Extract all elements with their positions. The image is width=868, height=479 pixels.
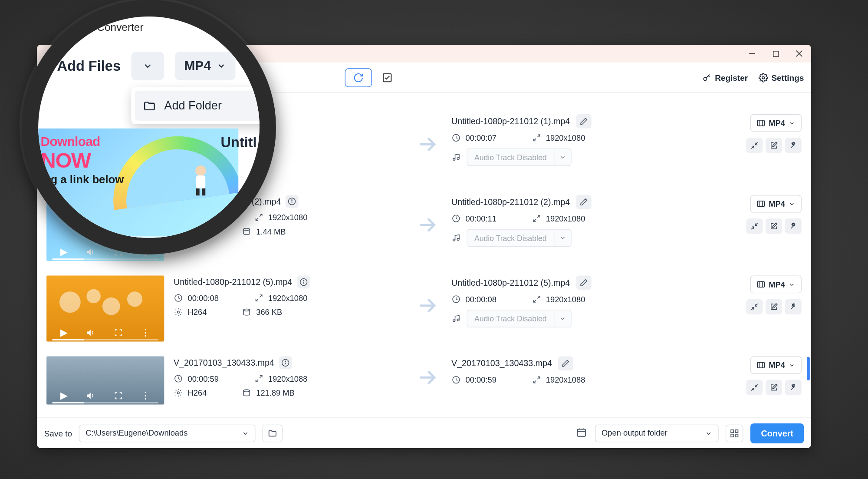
add-files-dropdown[interactable]	[131, 52, 164, 80]
arrow-icon	[413, 134, 442, 155]
svg-line-26	[791, 145, 793, 148]
output-format-button[interactable]: MP4	[750, 356, 802, 374]
svg-point-65	[457, 319, 459, 321]
svg-point-52	[300, 279, 307, 286]
output-format-button[interactable]: MP4	[750, 276, 802, 294]
progress-bar[interactable]	[53, 339, 158, 340]
audio-track-select[interactable]: Audio Track Disabled	[467, 229, 571, 247]
output-duration: 00:00:08	[466, 295, 496, 304]
register-link[interactable]: Register	[702, 73, 748, 82]
output-format-button[interactable]: MP4	[750, 114, 802, 132]
edit-button[interactable]	[766, 380, 782, 395]
volume-icon[interactable]	[86, 328, 95, 337]
svg-rect-96	[731, 434, 733, 436]
play-icon[interactable]: ▶	[60, 390, 67, 401]
add-folder-menu-item[interactable]: Add Folder	[135, 91, 269, 121]
info-icon[interactable]	[286, 195, 299, 208]
settings-link[interactable]: Settings	[759, 73, 804, 82]
fullscreen-icon[interactable]	[114, 328, 122, 337]
chevron-down-icon	[789, 201, 795, 207]
open-output-select[interactable]: Open output folder	[595, 424, 719, 442]
fullscreen-icon[interactable]	[114, 391, 122, 400]
list-item: ▶⋮ V_20170103_130433.mp4 00:00:59 1920x1…	[42, 349, 806, 412]
close-button[interactable]	[793, 48, 805, 59]
folder-icon	[143, 99, 156, 112]
format-selector[interactable]: MP4	[175, 52, 236, 80]
audio-track-select[interactable]: Audio Track Disabled	[467, 310, 571, 327]
play-icon[interactable]: ▶	[60, 327, 67, 338]
svg-point-41	[457, 238, 459, 241]
edit-name-button[interactable]	[576, 276, 591, 290]
more-icon[interactable]: ⋮	[141, 390, 150, 401]
enhance-button[interactable]	[785, 380, 802, 395]
svg-line-82	[537, 377, 540, 380]
output-format-button[interactable]: MP4	[750, 195, 802, 213]
browse-folder-button[interactable]	[263, 424, 283, 442]
compress-button[interactable]	[746, 138, 763, 153]
expand-icon	[532, 294, 541, 304]
svg-line-77	[256, 379, 258, 382]
thumbnail[interactable]: ▶⋮	[46, 356, 164, 404]
info-icon[interactable]	[279, 356, 292, 369]
merge-button[interactable]	[726, 424, 743, 442]
progress-bar[interactable]	[53, 258, 158, 260]
svg-rect-42	[758, 201, 765, 207]
volume-icon[interactable]	[86, 391, 95, 400]
progress-bar[interactable]	[53, 402, 158, 403]
compress-button[interactable]	[746, 380, 763, 395]
edit-name-button[interactable]	[558, 356, 573, 370]
volume-icon[interactable]	[86, 247, 95, 257]
maximize-button[interactable]	[770, 48, 782, 59]
thumbnail[interactable]: ▶⋮	[46, 276, 164, 342]
app-title: orbits Video Converter	[38, 21, 143, 33]
svg-rect-95	[735, 429, 738, 432]
chevron-down-icon	[705, 429, 712, 436]
refresh-button[interactable]	[345, 68, 372, 87]
enhance-button[interactable]	[785, 299, 802, 314]
convert-button[interactable]: Convert	[750, 423, 804, 443]
source-size: 121.89 MB	[256, 388, 295, 397]
output-resolution: 1920x1080	[546, 295, 585, 304]
svg-rect-90	[578, 429, 585, 436]
source-filename: Untitled-1080p-211012 (5).mp4	[174, 277, 292, 287]
svg-rect-103	[202, 188, 205, 195]
more-icon[interactable]: ⋮	[141, 327, 150, 338]
svg-line-47	[791, 226, 793, 228]
source-resolution: 1920x1088	[268, 374, 308, 383]
source-resolution: 1920x1080	[268, 213, 308, 221]
scrollbar-thumb[interactable]	[807, 357, 810, 380]
source-duration: 00:00:59	[188, 374, 219, 383]
minimize-button[interactable]	[746, 48, 758, 59]
output-resolution: 1920x1080	[546, 133, 585, 142]
enhance-button[interactable]	[785, 218, 802, 234]
svg-line-17	[537, 135, 540, 137]
edit-button[interactable]	[766, 218, 782, 234]
edit-button[interactable]	[766, 299, 782, 314]
svg-point-50	[102, 297, 120, 315]
compress-button[interactable]	[746, 218, 763, 234]
save-path-select[interactable]: C:\Users\Eugene\Downloads	[79, 424, 256, 442]
svg-point-48	[59, 291, 81, 313]
queue-icon[interactable]	[576, 427, 588, 439]
svg-point-100	[195, 165, 206, 176]
add-file-icon	[38, 59, 51, 73]
edit-button[interactable]	[766, 138, 782, 153]
chevron-down-icon	[789, 362, 795, 368]
checklist-button[interactable]	[379, 69, 395, 86]
svg-line-89	[791, 387, 793, 390]
svg-point-19	[453, 158, 455, 160]
output-filename: Untitled-1080p-211012 (5).mp4	[451, 278, 570, 287]
svg-point-35	[243, 228, 250, 231]
clock-icon	[451, 294, 461, 304]
enhance-button[interactable]	[785, 138, 802, 153]
magnified-filename: Untitl	[220, 134, 256, 151]
svg-point-64	[453, 320, 455, 322]
audio-track-select[interactable]: Audio Track Disabled	[467, 149, 571, 166]
compress-button[interactable]	[746, 299, 763, 314]
edit-name-button[interactable]	[576, 114, 591, 129]
add-files-button[interactable]: Add Files	[38, 58, 121, 74]
info-icon[interactable]	[297, 276, 310, 289]
edit-name-button[interactable]	[576, 195, 591, 209]
save-to-label: Save to	[44, 428, 72, 438]
play-icon[interactable]: ▶	[60, 246, 67, 258]
